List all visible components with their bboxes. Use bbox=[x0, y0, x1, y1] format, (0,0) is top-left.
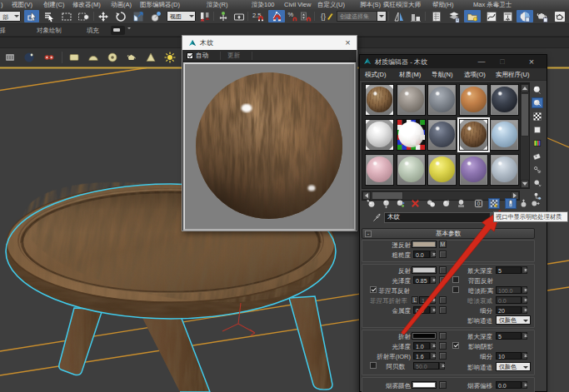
roughness-field[interactable]: 0.0 bbox=[413, 251, 430, 258]
spinner[interactable] bbox=[430, 342, 436, 350]
ribbon-toggle-button[interactable] bbox=[464, 10, 481, 22]
material-slot-light-blue[interactable] bbox=[490, 119, 519, 151]
me-menu-2[interactable]: 导航(N) bbox=[432, 71, 452, 79]
get-material-button[interactable] bbox=[365, 198, 377, 209]
percent-snap-button[interactable]: % bbox=[287, 10, 299, 22]
schematic-view-button[interactable] bbox=[502, 10, 514, 22]
rollout-basic-parameters[interactable]: -基本参数 bbox=[362, 228, 535, 239]
spinner[interactable] bbox=[522, 296, 527, 304]
diffuse-map-button[interactable]: M bbox=[439, 241, 447, 248]
scroll-thumb[interactable] bbox=[521, 93, 529, 136]
night-sphere-button[interactable] bbox=[22, 50, 37, 65]
reflect-subdivs-field[interactable]: 20 bbox=[496, 306, 522, 314]
sample-uv-tiling-button[interactable] bbox=[532, 124, 543, 135]
pyramid-primitive-button[interactable] bbox=[143, 50, 158, 65]
menu-创建C[interactable]: 创建(C) bbox=[43, 1, 64, 8]
select-move-button[interactable] bbox=[96, 10, 111, 22]
select-by-name-button[interactable] bbox=[42, 10, 57, 22]
align-button[interactable] bbox=[408, 10, 423, 22]
curve-editor-button[interactable] bbox=[483, 10, 500, 22]
material-slot-orange-tan[interactable] bbox=[459, 84, 488, 116]
material-slot-blue-gray[interactable] bbox=[490, 154, 519, 186]
scroll-up-button[interactable] bbox=[521, 84, 529, 92]
show-shaded-material-in-viewport-button[interactable] bbox=[488, 198, 500, 209]
me-menu-1[interactable]: 材质(M) bbox=[399, 71, 421, 79]
material-slot-dark-navy[interactable] bbox=[490, 84, 519, 116]
go-forward-to-sibling-button[interactable] bbox=[529, 198, 541, 209]
menu-Max杀毒卫士[interactable]: Max 杀毒卫士 bbox=[473, 1, 512, 8]
menu-图形编辑器D[interactable]: 图形编辑器(D) bbox=[140, 1, 180, 8]
preview-close-icon[interactable]: × bbox=[343, 38, 352, 47]
fresnel-ior-field[interactable]: 1.6 bbox=[419, 296, 430, 304]
spinner[interactable] bbox=[522, 286, 527, 294]
reflect-maxdepth-field[interactable]: 5 bbox=[496, 266, 522, 274]
ribbon-tab-1[interactable]: 对象绘制 bbox=[37, 27, 62, 35]
scroll-down-button[interactable] bbox=[521, 180, 529, 188]
make-material-copy-button[interactable] bbox=[425, 198, 437, 209]
fog-color-swatch[interactable] bbox=[412, 381, 437, 389]
metalness-map-button[interactable] bbox=[439, 306, 447, 314]
red-camera-button[interactable] bbox=[42, 50, 57, 65]
render-frame-button[interactable] bbox=[552, 10, 567, 22]
ribbon-tab-0[interactable]: 选择 bbox=[0, 27, 6, 35]
menu-动画A[interactable]: 动画(A) bbox=[111, 1, 132, 8]
menu-疯狂模渲大师[interactable]: 疯狂模渲大师 bbox=[383, 1, 421, 8]
material-slot-pink[interactable] bbox=[365, 154, 394, 186]
close-icon[interactable]: × bbox=[527, 57, 537, 67]
menu-clipped[interactable]: ) bbox=[1, 1, 3, 8]
material-slot-checker-rgb[interactable] bbox=[397, 119, 426, 151]
ribbon-min-button[interactable] bbox=[111, 26, 125, 35]
reflect-map-button[interactable] bbox=[439, 266, 447, 274]
menu-修改器M[interactable]: 修改器(M) bbox=[72, 1, 101, 8]
auto-update-checkbox[interactable] bbox=[187, 52, 193, 59]
keyboard-override-button[interactable] bbox=[232, 10, 247, 22]
refract-gloss-field[interactable]: 1.0 bbox=[413, 342, 430, 350]
material-slot-wood-brown[interactable] bbox=[365, 84, 394, 116]
rect-region-button[interactable] bbox=[59, 10, 74, 22]
roughness-map-button[interactable] bbox=[439, 251, 447, 258]
fresnel-ior-map-button[interactable] bbox=[439, 296, 447, 304]
affect-shadows-checkbox[interactable] bbox=[452, 342, 459, 349]
diffuse-swatch[interactable] bbox=[412, 241, 437, 248]
material-slot-cool-gray[interactable] bbox=[427, 84, 457, 116]
torus-primitive-button[interactable] bbox=[105, 50, 120, 65]
material-slot-purple[interactable] bbox=[459, 154, 488, 186]
me-menu-0[interactable]: 模式(D) bbox=[365, 71, 386, 79]
spinner[interactable] bbox=[522, 352, 527, 360]
put-material-to-scene-button[interactable] bbox=[380, 198, 392, 209]
preview-canvas[interactable] bbox=[183, 62, 356, 231]
material-editor-button[interactable] bbox=[517, 10, 533, 22]
spinner[interactable] bbox=[430, 251, 436, 258]
assign-material-to-selection-button[interactable] bbox=[394, 198, 406, 209]
spinner[interactable] bbox=[522, 381, 527, 389]
reflect-gloss-field[interactable]: 0.85 bbox=[413, 276, 430, 284]
update-button[interactable]: 更新 bbox=[227, 52, 240, 60]
ribbon-tab-2[interactable]: 填充 bbox=[87, 27, 99, 35]
abbe-checkbox[interactable] bbox=[370, 362, 377, 369]
mirror-button[interactable] bbox=[392, 10, 407, 22]
spinner[interactable] bbox=[522, 332, 527, 340]
dim-distance-checkbox[interactable] bbox=[452, 286, 459, 293]
abbe-field[interactable]: 50.0 bbox=[413, 362, 439, 370]
refract-swatch[interactable] bbox=[412, 332, 437, 340]
sun-light-button[interactable] bbox=[162, 50, 177, 65]
select-by-material-button[interactable] bbox=[532, 177, 543, 188]
refract-subdivs-field[interactable]: 10 bbox=[496, 352, 522, 360]
refract-ior-field[interactable]: 1.6 bbox=[413, 352, 430, 360]
render-setup-button[interactable] bbox=[536, 10, 549, 22]
select-object-button[interactable] bbox=[24, 10, 39, 22]
back-reflect-checkbox[interactable] bbox=[452, 276, 459, 283]
maximize-icon[interactable]: □ bbox=[497, 57, 507, 67]
menu-脚本S[interactable]: 脚本(S) bbox=[360, 1, 381, 8]
refract-gloss-map-button[interactable] bbox=[439, 342, 447, 350]
sample-type-button[interactable] bbox=[532, 84, 543, 95]
menu-帮助H[interactable]: 帮助(H) bbox=[432, 1, 453, 8]
selection-filter-dropdown[interactable]: 部 bbox=[0, 11, 21, 22]
select-manipulate-button[interactable] bbox=[216, 10, 230, 22]
make-preview-button[interactable] bbox=[532, 151, 543, 161]
reflect-swatch[interactable] bbox=[412, 266, 437, 274]
spinner-snap-button[interactable] bbox=[299, 10, 312, 22]
select-rotate-button[interactable] bbox=[113, 10, 128, 22]
refract-ior-map-button[interactable] bbox=[439, 352, 447, 360]
use-pivot-center-button[interactable] bbox=[197, 10, 212, 22]
